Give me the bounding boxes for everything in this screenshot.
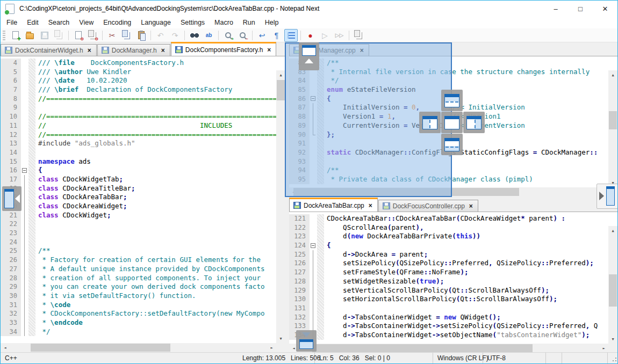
menu-language[interactable]: Language xyxy=(136,17,176,28)
indentation-guides-button[interactable] xyxy=(284,29,298,42)
code-line-23[interactable]: 23 xyxy=(1,229,276,238)
container-drop-indicator-right[interactable] xyxy=(597,184,618,209)
code-line-20[interactable]: 20class CDockAreaWidget; xyxy=(1,202,276,211)
code-line-14[interactable]: 14 xyxy=(1,148,276,157)
container-drop-indicator-left[interactable] xyxy=(2,186,21,211)
code-line-27[interactable]: 27 * A default unique instance provided … xyxy=(1,265,276,274)
scroll-up-arrow[interactable]: ▲ xyxy=(608,226,617,235)
code-line-123[interactable]: 123 d(new DockAreaTabBarPrivate(this)) xyxy=(289,232,608,241)
code-line-5[interactable]: 5/// \author Uwe Kindler xyxy=(1,68,276,77)
menu-settings[interactable]: Settings xyxy=(176,17,210,28)
tab-close-icon[interactable]: × xyxy=(468,202,474,210)
scroll-up-arrow[interactable]: ▲ xyxy=(276,70,285,79)
code-line-4[interactable]: 4/// \file DockComponentsFactory.h xyxy=(1,59,276,68)
tab-close-icon[interactable]: × xyxy=(87,47,92,54)
scroll-thumb[interactable] xyxy=(609,274,617,307)
close-button[interactable]: ✕ xyxy=(593,1,617,17)
code-line-24[interactable]: 24 xyxy=(1,238,276,247)
dock-indicator-top[interactable] xyxy=(441,90,463,111)
copy-button[interactable] xyxy=(120,29,133,42)
scroll-thumb[interactable] xyxy=(277,80,285,100)
open-file-button[interactable] xyxy=(23,29,37,42)
tab-close-icon[interactable]: × xyxy=(368,202,373,209)
minimize-button[interactable]: – xyxy=(543,1,568,17)
record-macro-button[interactable]: ● xyxy=(304,29,317,42)
redo-button[interactable]: ↷ xyxy=(168,29,182,42)
scroll-down-arrow[interactable]: ▼ xyxy=(276,334,285,343)
code-line-121[interactable]: 121CDockAreaTabBar::CDockAreaTabBar(CDoc… xyxy=(289,214,608,223)
code-line-122[interactable]: 122 QScrollArea(parent), xyxy=(289,223,608,232)
toolbar-grip[interactable] xyxy=(3,31,5,40)
dock-indicator-bottom[interactable] xyxy=(441,134,463,155)
dock-indicator-left[interactable] xyxy=(419,112,441,133)
code-line-15[interactable]: 15namespace ads xyxy=(1,157,276,166)
dock-indicator-center[interactable] xyxy=(441,112,463,133)
container-drop-indicator-bottom[interactable] xyxy=(296,330,317,352)
show-all-characters-button[interactable]: ¶ xyxy=(270,29,283,42)
cut-button[interactable]: ✂ xyxy=(105,29,119,42)
code-line-131[interactable]: 131 xyxy=(289,304,608,313)
container-drop-indicator-top[interactable] xyxy=(299,42,319,70)
menu-encoding[interactable]: Encoding xyxy=(98,17,136,28)
code-line-18[interactable]: 18class CDockAreaTitleBar; xyxy=(1,184,276,193)
paste-button[interactable] xyxy=(134,29,148,42)
scroll-thumb[interactable] xyxy=(312,344,533,352)
scroll-down-arrow[interactable]: ▼ xyxy=(608,334,617,344)
find-button[interactable] xyxy=(188,29,201,42)
tab-DockContainerWidget.h[interactable]: DockContainerWidget.h× xyxy=(1,44,97,56)
word-wrap-button[interactable]: ↩ xyxy=(255,29,269,42)
tab-close-icon[interactable]: × xyxy=(160,47,166,54)
code-line-31[interactable]: 31 * \code xyxy=(1,301,276,310)
code-line-32[interactable]: 32 * CDockComponentsFactory::setDefaultF… xyxy=(1,309,276,318)
code-line-33[interactable]: 33 * \endcode xyxy=(1,318,276,327)
menu-view[interactable]: View xyxy=(74,17,98,28)
tab-DockFocusController.cpp[interactable]: DockFocusController.cpp× xyxy=(378,200,478,212)
code-line-128[interactable]: 128 setWidgetResizable(true); xyxy=(289,277,608,286)
code-line-8[interactable]: 8//=====================================… xyxy=(1,94,276,104)
editor-left[interactable]: 4/// \file DockComponentsFactory.h5/// \… xyxy=(1,56,285,352)
editor-bottom-right[interactable]: 121CDockAreaTabBar::CDockAreaTabBar(CDoc… xyxy=(289,212,617,352)
dock-indicator-right[interactable] xyxy=(463,112,485,133)
code-line-124[interactable]: 124{ xyxy=(289,241,608,250)
scroll-left-arrow[interactable]: ◄ xyxy=(1,343,10,352)
save-button[interactable] xyxy=(38,29,51,42)
code-line-134[interactable]: 134 d->TabsContainerWidget->setObjectNam… xyxy=(289,331,608,340)
code-line-17[interactable]: 17class CDockWidgetTab; xyxy=(1,175,276,184)
fold-toggle-icon[interactable] xyxy=(22,168,27,173)
code-line-21[interactable]: 21class CDockWidget; xyxy=(1,211,276,220)
code-line-19[interactable]: 19class CDockAreaTabBar; xyxy=(1,193,276,202)
menu-help[interactable]: Help xyxy=(260,17,284,28)
zoom-in-button[interactable]: + xyxy=(221,29,235,42)
code-line-127[interactable]: 127 setFrameStyle(QFrame::NoFrame); xyxy=(289,268,608,277)
scroll-thumb[interactable] xyxy=(31,344,170,352)
code-line-34[interactable]: 34 */ xyxy=(1,327,276,337)
scroll-up-arrow[interactable]: ▲ xyxy=(608,70,617,79)
code-line-132[interactable]: 132 d->TabsContainerWidget = new QWidget… xyxy=(289,313,608,322)
code-line-125[interactable]: 125 d->DockArea = parent; xyxy=(289,250,608,259)
code-line-7[interactable]: 7/// \brief Declaration of DockComponent… xyxy=(1,85,276,94)
code-line-22[interactable]: 22 xyxy=(1,220,276,229)
menu-macro[interactable]: Macro xyxy=(210,17,238,28)
menu-search[interactable]: Search xyxy=(44,17,75,28)
tab-close-icon[interactable]: × xyxy=(266,46,272,54)
close-all-files-button[interactable]: ⊖ xyxy=(86,29,99,42)
code-line-26[interactable]: 26 * Factory for creation of certain GUI… xyxy=(1,256,276,265)
code-line-13[interactable]: 13#include "ads_globals.h" xyxy=(1,139,276,148)
menu-run[interactable]: Run xyxy=(238,17,260,28)
zoom-out-button[interactable]: − xyxy=(236,29,249,42)
code-line-28[interactable]: 28 * creation of all supported component… xyxy=(1,274,276,283)
code-line-11[interactable]: 11// INCLUDES xyxy=(1,121,276,130)
fold-toggle-icon[interactable] xyxy=(311,243,315,248)
scroll-right-arrow[interactable]: ► xyxy=(267,343,276,352)
tab-DockAreaTabBar.cpp[interactable]: DockAreaTabBar.cpp× xyxy=(289,198,378,212)
code-line-29[interactable]: 29 * you can create your own derived doc… xyxy=(1,282,276,292)
resize-grip[interactable] xyxy=(609,354,617,362)
scroll-right-arrow[interactable]: ► xyxy=(599,344,608,352)
code-line-6[interactable]: 6/// \date 10.02.2020 xyxy=(1,76,276,85)
code-line-126[interactable]: 126 setSizePolicy(QSizePolicy::Preferred… xyxy=(289,259,608,268)
scroll-thumb[interactable] xyxy=(609,111,617,129)
save-all-button[interactable] xyxy=(52,29,66,42)
code-line-129[interactable]: 129 setVerticalScrollBarPolicy(Qt::Scrol… xyxy=(289,286,608,295)
new-file-button[interactable]: ✚ xyxy=(9,29,22,42)
code-line-16[interactable]: 16{ xyxy=(1,166,276,175)
